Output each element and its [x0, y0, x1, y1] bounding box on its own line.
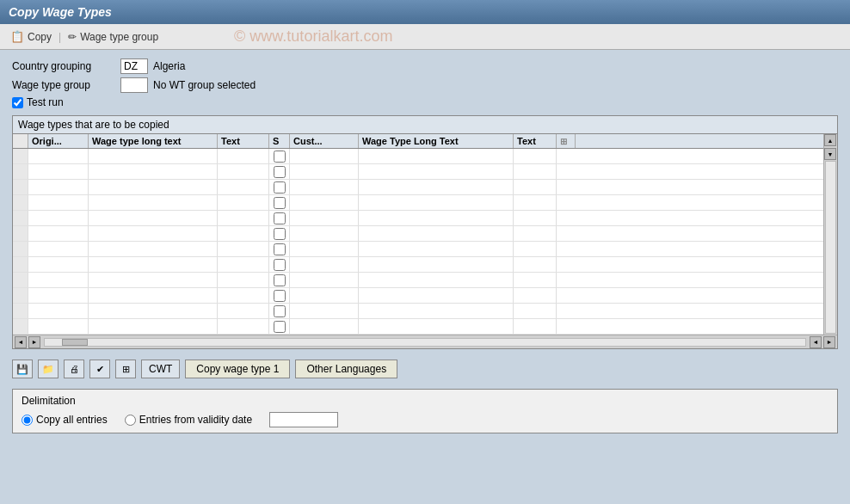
cell-wt-long2: [359, 195, 514, 210]
header-text2: Text: [514, 134, 557, 148]
cell-wt-long: [89, 180, 218, 194]
scroll-up-button[interactable]: ▲: [824, 134, 836, 146]
cell-s[interactable]: [269, 288, 290, 303]
delimitation-section: Delimitation Copy all entries Entries fr…: [12, 389, 838, 433]
other-languages-label: Other Languages: [306, 363, 386, 375]
cell-text2: [514, 242, 557, 256]
copy-toolbar-icon: 📋: [10, 30, 24, 43]
cell-orig: [28, 319, 89, 334]
test-run-checkbox[interactable]: [12, 97, 23, 108]
row-num: [13, 195, 28, 210]
scroll-down-button[interactable]: ▼: [824, 148, 836, 160]
copy-all-radio[interactable]: [22, 415, 33, 426]
icon-btn-2[interactable]: 📁: [38, 360, 59, 378]
copy-wage-type-label: Copy wage type 1: [196, 363, 279, 375]
cell-s[interactable]: [269, 226, 290, 241]
cell-cust: [290, 149, 359, 163]
country-grouping-row: Country grouping Algeria: [12, 58, 838, 74]
page-title: Copy Wage Types: [9, 5, 112, 19]
cell-text: [218, 273, 269, 287]
h-scroll-track: [44, 338, 806, 347]
wage-type-group-input[interactable]: [120, 77, 148, 93]
h-scroll-thumb[interactable]: [62, 339, 88, 346]
other-languages-button[interactable]: Other Languages: [295, 360, 397, 378]
wage-type-group-label: Wage type group: [80, 31, 158, 43]
icon-btn-1[interactable]: 💾: [12, 360, 33, 378]
scroll-left-button[interactable]: ◄: [15, 336, 27, 348]
country-grouping-input[interactable]: [120, 58, 148, 74]
validity-date-input[interactable]: [269, 412, 338, 427]
folder-icon: 📁: [42, 364, 54, 375]
row-num: [13, 164, 28, 179]
cell-s[interactable]: [269, 164, 290, 179]
cell-wt-long2: [359, 273, 514, 287]
copy-toolbar-label: Copy: [28, 31, 52, 43]
cell-s[interactable]: [269, 149, 290, 163]
icon-btn-4[interactable]: ✔: [89, 360, 110, 378]
icon-btn-3[interactable]: 🖨: [64, 360, 84, 378]
table-row: [13, 242, 823, 257]
h-scroll-right3[interactable]: ►: [823, 336, 835, 348]
cell-cust: [290, 257, 359, 272]
cell-text: [218, 180, 269, 194]
wage-type-group-field-label: Wage type group: [12, 79, 115, 91]
bottom-buttons-bar: 💾 📁 🖨 ✔ ⊞ CWT Copy wage type 1 Other Lan…: [12, 356, 838, 382]
pencil-icon: ✏: [68, 31, 77, 43]
cell-cust: [290, 273, 359, 287]
cwt-button[interactable]: CWT: [141, 360, 180, 378]
cell-text2: [514, 304, 557, 318]
cell-wt-long2: [359, 304, 514, 318]
cell-s[interactable]: [269, 195, 290, 210]
table-row: [13, 273, 823, 288]
cell-wt-long2: [359, 257, 514, 272]
cell-orig: [28, 273, 89, 287]
table-row: [13, 226, 823, 242]
wage-type-group-button[interactable]: ✏ Wage type group: [65, 29, 162, 45]
horizontal-scrollbar[interactable]: ◄ ► ◄ ►: [13, 335, 837, 348]
cell-s[interactable]: [269, 211, 290, 225]
header-wt-long: Wage type long text: [89, 134, 218, 148]
cell-s[interactable]: [269, 304, 290, 318]
entries-validity-option: Entries from validity date: [125, 414, 252, 426]
scroll-right-button[interactable]: ►: [28, 336, 40, 348]
cell-s[interactable]: [269, 273, 290, 287]
cell-s[interactable]: [269, 242, 290, 256]
cell-wt-long: [89, 273, 218, 287]
cell-orig: [28, 149, 89, 163]
entries-validity-label: Entries from validity date: [139, 414, 252, 426]
cell-orig: [28, 226, 89, 241]
cell-text2: [514, 288, 557, 303]
cell-s[interactable]: [269, 257, 290, 272]
cell-text: [218, 304, 269, 318]
cell-text: [218, 242, 269, 256]
table-row: [13, 164, 823, 180]
entries-validity-radio[interactable]: [125, 415, 136, 426]
cell-text2: [514, 164, 557, 179]
no-wt-group-text: No WT group selected: [153, 79, 256, 91]
cell-s[interactable]: [269, 180, 290, 194]
cell-wt-long: [89, 211, 218, 225]
cell-wt-long: [89, 319, 218, 334]
row-num: [13, 242, 28, 256]
cell-orig: [28, 164, 89, 179]
cell-s[interactable]: [269, 319, 290, 334]
table-body: [13, 149, 837, 335]
table-row: [13, 288, 823, 304]
header-icon: ⊞: [557, 134, 576, 148]
cell-wt-long2: [359, 211, 514, 225]
row-num: [13, 149, 28, 163]
cell-cust: [290, 195, 359, 210]
h-scroll-right2[interactable]: ◄: [810, 336, 822, 348]
test-run-row: Test run: [12, 96, 838, 108]
table-row: [13, 180, 823, 195]
copy-toolbar-button[interactable]: 📋 Copy: [7, 28, 55, 45]
toolbar: 📋 Copy | ✏ Wage type group © www.tutoria…: [0, 24, 850, 50]
cell-wt-long: [89, 257, 218, 272]
wage-type-group-row: Wage type group No WT group selected: [12, 77, 838, 93]
header-s: S: [269, 134, 290, 148]
cell-text: [218, 288, 269, 303]
icon-btn-5[interactable]: ⊞: [115, 360, 136, 378]
copy-wage-type-button[interactable]: Copy wage type 1: [185, 360, 290, 378]
row-num: [13, 319, 28, 334]
vertical-scrollbar[interactable]: ▲ ▼: [823, 134, 837, 335]
